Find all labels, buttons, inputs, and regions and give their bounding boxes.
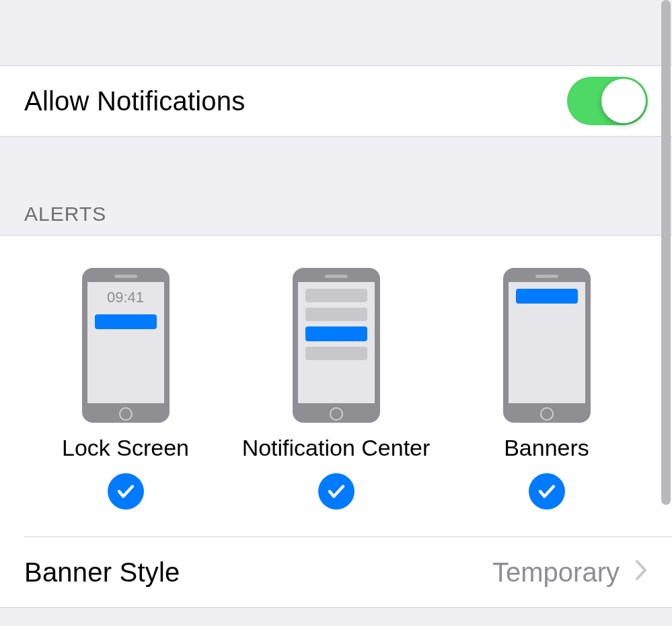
alerts-grid: 09:41 Lock Screen — [0, 236, 672, 536]
lock-screen-icon: 09:41 — [82, 268, 170, 423]
scrollbar[interactable] — [661, 0, 671, 505]
toggle-knob — [601, 79, 646, 123]
banners-label: Banners — [504, 435, 589, 461]
notification-center-icon — [293, 268, 380, 423]
notifications-settings-panel: Allow Notifications ALERTS 09:41 Lock Sc… — [0, 0, 672, 626]
banners-check-icon — [529, 473, 565, 510]
allow-notifications-label: Allow Notifications — [24, 86, 245, 116]
top-spacer — [0, 0, 672, 65]
alert-option-banners[interactable]: Banners — [441, 268, 652, 510]
allow-notifications-row: Allow Notifications — [0, 65, 672, 137]
lock-screen-time: 09:41 — [107, 289, 144, 306]
alert-option-lock-screen[interactable]: 09:41 Lock Screen — [20, 268, 231, 510]
chevron-right-icon — [634, 558, 648, 586]
notification-center-label: Notification Center — [242, 435, 431, 461]
banner-style-value: Temporary — [492, 557, 620, 588]
lock-screen-check-icon — [108, 473, 144, 510]
allow-notifications-toggle[interactable] — [567, 77, 648, 125]
banners-icon — [503, 268, 591, 423]
notification-center-check-icon — [318, 473, 354, 510]
banner-style-label: Banner Style — [24, 557, 180, 588]
bottom-spacer — [0, 608, 672, 619]
alerts-section-gap: ALERTS — [0, 137, 672, 235]
banner-style-row[interactable]: Banner Style Temporary — [0, 537, 672, 607]
alert-option-notification-center[interactable]: Notification Center — [231, 268, 441, 510]
alerts-section-header: ALERTS — [24, 203, 106, 225]
alerts-panel: 09:41 Lock Screen — [0, 235, 672, 608]
lock-screen-label: Lock Screen — [62, 435, 189, 461]
